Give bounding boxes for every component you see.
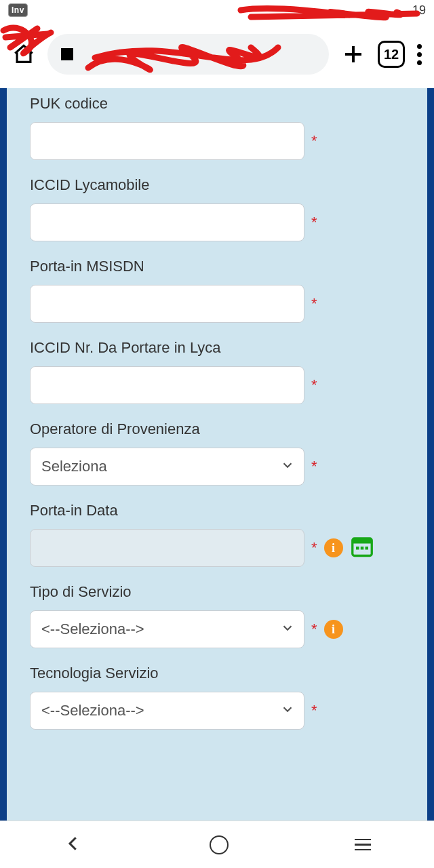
label-operator: Operatore di Provenienza bbox=[30, 420, 404, 438]
required-marker: * bbox=[311, 702, 317, 719]
circle-icon bbox=[210, 835, 229, 854]
svg-rect-4 bbox=[365, 547, 368, 550]
input-iccid-port[interactable] bbox=[30, 366, 304, 404]
overflow-menu-button[interactable] bbox=[417, 44, 422, 65]
system-nav-bar bbox=[0, 821, 434, 868]
label-iccid-lyca: ICCID Lycamobile bbox=[30, 176, 404, 194]
input-iccid-lyca[interactable] bbox=[30, 203, 304, 241]
required-marker: * bbox=[311, 295, 317, 313]
field-iccid-port: ICCID Nr. Da Portare in Lyca * bbox=[30, 339, 404, 404]
tabs-count: 12 bbox=[384, 47, 399, 62]
label-service-type: Tipo di Servizio bbox=[30, 583, 404, 601]
label-puk: PUK codice bbox=[30, 95, 404, 113]
home-button[interactable] bbox=[210, 835, 229, 854]
url-bar[interactable] bbox=[47, 34, 329, 75]
status-bar: Inv 19 bbox=[0, 0, 434, 20]
status-time: 19 bbox=[412, 3, 426, 18]
select-service-type-value: <--Seleziona--> bbox=[41, 620, 144, 638]
svg-rect-2 bbox=[356, 547, 359, 550]
info-icon[interactable]: i bbox=[324, 538, 343, 557]
required-marker: * bbox=[311, 132, 317, 150]
input-date[interactable] bbox=[30, 529, 304, 567]
required-marker: * bbox=[311, 539, 317, 557]
recents-button[interactable] bbox=[355, 839, 371, 851]
site-identity-icon bbox=[61, 48, 73, 60]
label-date: Porta-in Data bbox=[30, 502, 404, 519]
info-icon[interactable]: i bbox=[324, 620, 343, 639]
tabs-button[interactable]: 12 bbox=[378, 41, 405, 68]
form-container: PUK codice * ICCID Lycamobile * Porta-in… bbox=[7, 88, 427, 821]
label-msisdn: Porta-in MSISDN bbox=[30, 258, 404, 275]
label-tech: Tecnologia Servizio bbox=[30, 665, 404, 682]
select-service-type[interactable]: <--Seleziona--> bbox=[30, 610, 304, 648]
kebab-icon bbox=[417, 44, 422, 65]
select-tech[interactable]: <--Seleziona--> bbox=[30, 692, 304, 730]
input-msisdn[interactable] bbox=[30, 285, 304, 323]
app-badge: Inv bbox=[8, 3, 28, 17]
field-puk: PUK codice * bbox=[30, 95, 404, 160]
select-operator[interactable]: Seleziona bbox=[30, 448, 304, 486]
back-button[interactable] bbox=[63, 833, 83, 856]
required-marker: * bbox=[311, 214, 317, 231]
svg-rect-1 bbox=[352, 538, 372, 544]
calendar-icon[interactable] bbox=[350, 534, 374, 561]
input-puk[interactable] bbox=[30, 122, 304, 160]
field-msisdn: Porta-in MSISDN * bbox=[30, 258, 404, 323]
required-marker: * bbox=[311, 376, 317, 394]
new-tab-button[interactable] bbox=[341, 42, 366, 66]
field-date: Porta-in Data * i bbox=[30, 502, 404, 567]
browser-toolbar: 12 bbox=[0, 20, 434, 88]
field-iccid-lyca: ICCID Lycamobile * bbox=[30, 176, 404, 241]
label-iccid-port: ICCID Nr. Da Portare in Lyca bbox=[30, 339, 404, 357]
home-icon[interactable] bbox=[12, 43, 35, 66]
menu-lines-icon bbox=[355, 839, 371, 851]
svg-rect-3 bbox=[360, 547, 363, 550]
required-marker: * bbox=[311, 620, 317, 638]
field-tech: Tecnologia Servizio <--Seleziona--> * bbox=[30, 665, 404, 730]
select-operator-value: Seleziona bbox=[41, 458, 107, 475]
field-service-type: Tipo di Servizio <--Seleziona--> * i bbox=[30, 583, 404, 648]
required-marker: * bbox=[311, 458, 317, 475]
field-operator: Operatore di Provenienza Seleziona * bbox=[30, 420, 404, 486]
select-tech-value: <--Seleziona--> bbox=[41, 702, 144, 719]
